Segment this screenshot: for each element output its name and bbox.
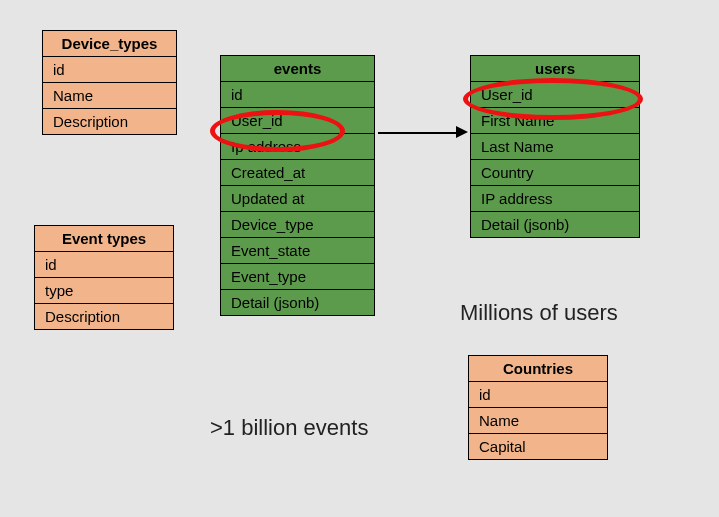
table-row: Name [469,408,607,434]
table-row: Detail (jsonb) [471,212,639,237]
table-row: Detail (jsonb) [221,290,374,315]
table-header: Device_types [43,31,176,57]
caption-users: Millions of users [460,300,618,326]
table-row: Event_state [221,238,374,264]
table-row: IP address [471,186,639,212]
table-row: Last Name [471,134,639,160]
table-row: Country [471,160,639,186]
highlight-ellipse-events-userid [210,110,345,152]
table-device-types: Device_types id Name Description [42,30,177,135]
table-row: Description [43,109,176,134]
table-row: id [469,382,607,408]
table-events: events id User_id Ip address Created_at … [220,55,375,316]
table-row: Device_type [221,212,374,238]
table-row: Updated at [221,186,374,212]
relation-arrow-line [378,132,458,134]
caption-events: >1 billion events [210,415,368,441]
table-row: Created_at [221,160,374,186]
relation-arrow-head-icon [456,126,468,138]
table-row: type [35,278,173,304]
table-row: Event_type [221,264,374,290]
table-header: Countries [469,356,607,382]
highlight-ellipse-users-userid [463,78,643,120]
table-row: id [43,57,176,83]
table-row: Description [35,304,173,329]
table-row: id [35,252,173,278]
table-row: Capital [469,434,607,459]
table-row: id [221,82,374,108]
table-row: Name [43,83,176,109]
table-header: events [221,56,374,82]
table-countries: Countries id Name Capital [468,355,608,460]
table-event-types: Event types id type Description [34,225,174,330]
table-header: Event types [35,226,173,252]
